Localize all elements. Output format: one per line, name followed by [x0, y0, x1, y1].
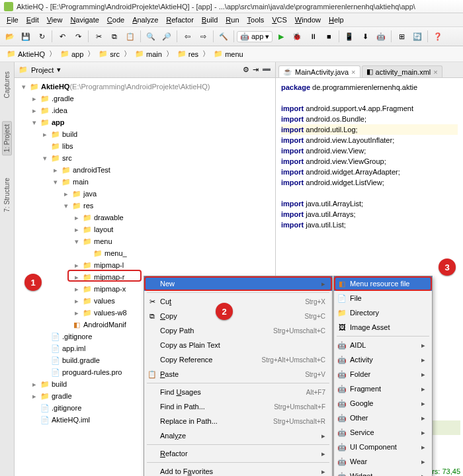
code-editor[interactable]: package de.programmierenlernenhq.aktie i…	[276, 78, 463, 234]
menu-item-service[interactable]: 🤖Service▸	[334, 425, 432, 440]
menu-item-fragment[interactable]: 🤖Fragment▸	[334, 381, 432, 396]
avd-icon[interactable]: 📱	[342, 29, 357, 44]
sync-gradle-icon[interactable]: 🔄	[410, 29, 425, 44]
menu-item-activity[interactable]: 🤖Activity▸	[334, 352, 432, 367]
captures-tab[interactable]: Captures	[3, 69, 11, 101]
tree-node[interactable]: ▸📁drawable	[15, 212, 275, 223]
paste-icon[interactable]: 📋	[123, 29, 138, 44]
menu-item-paste[interactable]: 📋PasteStrg+V	[144, 367, 332, 381]
menu-item-aidl[interactable]: 🤖AIDL▸	[334, 338, 432, 352]
menu-item-menu-resource-file[interactable]: ◧Menu resource file	[334, 276, 432, 291]
menu-item-other[interactable]: 🤖Other▸	[334, 411, 432, 425]
context-menu[interactable]: New▸✂CutStrg+X⧉CopyStrg+CCopy PathStrg+U…	[144, 276, 333, 476]
menu-item-copy-reference[interactable]: Copy ReferenceStrg+Alt+Umschalt+C	[144, 352, 332, 367]
breadcrumb-item[interactable]: 📁src	[96, 49, 122, 59]
make-icon[interactable]: 🔨	[216, 29, 231, 44]
forward-icon[interactable]: ⇨	[196, 29, 210, 44]
breadcrumb-item[interactable]: 📁app	[58, 49, 86, 59]
menu-refactor[interactable]: Refactor	[162, 15, 198, 25]
menu-analyze[interactable]: Analyze	[128, 15, 162, 25]
menu-item-find-in-path-[interactable]: Find in Path...Strg+Umschalt+F	[144, 399, 332, 414]
menu-item-folder[interactable]: 🤖Folder▸	[334, 367, 432, 381]
menu-build[interactable]: Build	[198, 15, 222, 25]
chevron-down-icon[interactable]: ▾	[57, 65, 61, 74]
menu-item-directory[interactable]: 📁Directory	[334, 305, 432, 320]
monitor-icon[interactable]: 🤖	[374, 29, 388, 44]
tree-node[interactable]: ▸📁androidTest	[15, 164, 275, 176]
menu-navigate[interactable]: Navigate	[66, 15, 103, 25]
menu-item-file[interactable]: 📄File	[334, 291, 432, 305]
tree-node[interactable]: ▸📁build	[15, 128, 275, 140]
menu-code[interactable]: Code	[103, 15, 128, 25]
menu-item-ui-component[interactable]: 🤖UI Component▸	[334, 440, 432, 454]
stop-icon[interactable]: ■	[321, 29, 336, 44]
tree-node[interactable]: 📁libs	[15, 140, 275, 152]
new-submenu[interactable]: ◧Menu resource file📄File📁Directory🖼Image…	[333, 276, 433, 476]
attach-icon[interactable]: ⏸	[306, 29, 320, 44]
sync-icon[interactable]: ↻	[34, 29, 49, 44]
replace-icon[interactable]: 🔎	[159, 29, 174, 44]
tree-node[interactable]: ▾📁main	[15, 176, 275, 188]
run-icon[interactable]: ▶	[274, 29, 288, 44]
cut-icon[interactable]: ✂	[91, 29, 106, 44]
editor-tab[interactable]: ☕MainActivity.java×	[278, 65, 360, 77]
settings-icon[interactable]: ⚙	[243, 65, 249, 74]
menu-run[interactable]: Run	[222, 15, 243, 25]
menu-item-replace-in-path-[interactable]: Replace in Path...Strg+Umschalt+R	[144, 414, 332, 428]
tree-node[interactable]: ▾📁menu	[15, 235, 275, 247]
tree-node[interactable]: ▾📁AktieHQ (E:\Programming\AndroidProjekt…	[15, 81, 275, 93]
close-icon[interactable]: ×	[433, 68, 437, 76]
breadcrumb-item[interactable]: 📁menu	[211, 49, 246, 59]
close-icon[interactable]: ×	[351, 68, 355, 76]
menu-item-analyze[interactable]: Analyze▸	[144, 428, 332, 443]
structure-icon[interactable]: ⊞	[394, 29, 409, 44]
copy-icon[interactable]: ⧉	[107, 29, 122, 44]
menu-view[interactable]: View	[43, 15, 67, 25]
save-icon[interactable]: 💾	[19, 29, 33, 44]
structure-tab[interactable]: 7: Structure	[3, 175, 11, 215]
menu-window[interactable]: Window	[291, 15, 325, 25]
back-icon[interactable]: ⇦	[180, 29, 194, 44]
menu-vcs[interactable]: VCS	[268, 15, 291, 25]
project-tab[interactable]: 1: Project	[2, 121, 12, 155]
tree-node[interactable]: ▸📁java	[15, 188, 275, 200]
menu-item-new[interactable]: New▸	[144, 276, 332, 291]
editor-tab[interactable]: ◧activity_main.xml×	[362, 65, 442, 77]
menu-file[interactable]: File	[3, 15, 22, 25]
redo-icon[interactable]: ↷	[71, 29, 85, 44]
tree-node[interactable]: ▸📁.idea	[15, 104, 275, 116]
tree-node[interactable]: ▸📁layout	[15, 223, 275, 235]
menu-item-add-to-favorites[interactable]: Add to Favorites▸	[144, 464, 332, 476]
sdk-icon[interactable]: ⬇	[358, 29, 372, 44]
hide-icon[interactable]: ➖	[262, 65, 271, 74]
menu-item-google[interactable]: 🤖Google▸	[334, 396, 432, 411]
menu-item-copy[interactable]: ⧉CopyStrg+C	[144, 309, 332, 323]
open-icon[interactable]: 📂	[3, 29, 17, 44]
menu-item-wear[interactable]: 🤖Wear▸	[334, 454, 432, 469]
tree-node[interactable]: ▸📁.gradle	[15, 93, 275, 104]
breadcrumb-item[interactable]: 📁main	[132, 49, 165, 59]
tree-node[interactable]: 📁menu_	[15, 247, 275, 259]
menu-item-image-asset[interactable]: 🖼Image Asset	[334, 320, 432, 335]
collapse-icon[interactable]: ⇥	[253, 65, 259, 74]
tree-node[interactable]: ▸📁mipmap-l	[15, 259, 275, 271]
menu-item-find-usages[interactable]: Find UsagesAlt+F7	[144, 385, 332, 399]
breadcrumb-item[interactable]: 📁AktieHQ	[4, 49, 48, 59]
find-icon[interactable]: 🔍	[144, 29, 158, 44]
menu-item-refactor[interactable]: Refactor▸	[144, 446, 332, 461]
menu-item-copy-path[interactable]: Copy PathStrg+Umschalt+C	[144, 323, 332, 338]
undo-icon[interactable]: ↶	[55, 29, 69, 44]
tree-node[interactable]: ▾📁app	[15, 116, 275, 128]
menu-help[interactable]: Help	[325, 15, 348, 25]
tree-node[interactable]: ▾📁src	[15, 152, 275, 164]
tree-node[interactable]: ▾📁res	[15, 200, 275, 212]
breadcrumb-item[interactable]: 📁res	[175, 49, 201, 59]
menu-item-widget[interactable]: 🤖Widget▸	[334, 469, 432, 476]
menu-item-copy-as-plain-text[interactable]: Copy as Plain Text	[144, 338, 332, 352]
menu-tools[interactable]: Tools	[243, 15, 269, 25]
run-config-combo[interactable]: 🤖 app ▾	[237, 31, 273, 42]
help-icon[interactable]: ❓	[431, 29, 445, 44]
menu-edit[interactable]: Edit	[22, 15, 43, 25]
debug-icon[interactable]: 🐞	[290, 29, 304, 44]
menu-item-cut[interactable]: ✂CutStrg+X	[144, 294, 332, 309]
